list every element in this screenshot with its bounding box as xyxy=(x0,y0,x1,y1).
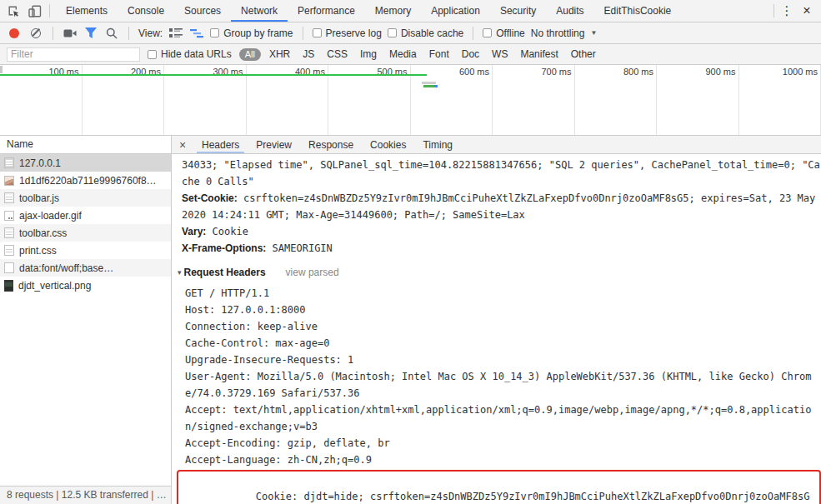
throttling-value: No throttling xyxy=(531,27,585,39)
filter-type-list: XHRJSCSSImgMediaFontDocWSManifestOther xyxy=(268,48,597,60)
highlighted-cookie-box: Cookie: djdt=hide; csrftoken=z4sDnWBZDz5… xyxy=(177,470,821,504)
request-headers-section-title[interactable]: ▾Request Headersview parsed xyxy=(178,264,821,281)
details-tab-timing[interactable]: Timing xyxy=(414,136,461,153)
filter-type-xhr[interactable]: XHR xyxy=(268,48,291,60)
details-tab-strip: HeadersPreviewResponseCookiesTiming xyxy=(193,136,461,153)
request-name: ajax-loader.gif xyxy=(19,210,82,222)
filter-type-ws[interactable]: WS xyxy=(491,48,508,60)
details-tab-preview[interactable]: Preview xyxy=(248,136,300,153)
document-icon xyxy=(4,227,14,238)
request-header-line: Host: 127.0.0.1:8000 xyxy=(185,302,821,318)
response-headers-list: Set-Cookie: csrftoken=z4sDnWBZDz5Y9zIvr0… xyxy=(182,190,821,257)
throttling-dropdown[interactable]: No throttling ▼ xyxy=(531,27,598,39)
ruler-segment: 1000 ms xyxy=(739,65,821,135)
clear-icon[interactable] xyxy=(31,28,41,38)
waterfall-icon[interactable] xyxy=(189,26,204,41)
disable-cache-checkbox[interactable] xyxy=(388,28,397,37)
request-name: print.css xyxy=(19,245,57,257)
file-type-icon xyxy=(4,176,14,186)
list-view-icon[interactable] xyxy=(168,26,183,41)
filter-type-manifest[interactable]: Manifest xyxy=(519,48,558,60)
filter-input[interactable] xyxy=(7,47,140,62)
header-value: Cookie xyxy=(206,226,248,237)
request-details-panel: × HeadersPreviewResponseCookiesTiming 34… xyxy=(172,136,821,504)
tab-elements[interactable]: Elements xyxy=(56,0,118,22)
tab-memory[interactable]: Memory xyxy=(365,0,421,22)
tab-audits[interactable]: Audits xyxy=(546,0,593,22)
offline-option: Offline xyxy=(483,27,524,39)
tab-network[interactable]: Network xyxy=(231,0,288,22)
filter-type-media[interactable]: Media xyxy=(388,48,418,60)
group-by-frame-option: Group by frame xyxy=(210,27,293,39)
tab-performance[interactable]: Performance xyxy=(288,0,365,22)
network-overview[interactable]: 100 ms200 ms300 ms400 ms500 ms600 ms700 … xyxy=(0,65,821,136)
details-tab-response[interactable]: Response xyxy=(300,136,362,153)
request-row[interactable]: data:font/woff;base… xyxy=(0,259,171,277)
ruler-tick-label: 900 ms xyxy=(705,67,735,77)
cookie-header-line: Cookie: djdt=hide; csrftoken=z4sDnWBZDz5… xyxy=(183,491,809,504)
request-header-line: Upgrade-Insecure-Requests: 1 xyxy=(185,352,821,368)
request-name: toolbar.js xyxy=(19,192,59,204)
overview-request-bar xyxy=(422,82,436,84)
close-devtools-icon[interactable]: × xyxy=(796,3,818,18)
preserve-log-checkbox[interactable] xyxy=(313,28,322,37)
filter-type-img[interactable]: Img xyxy=(359,48,378,60)
tab-sources[interactable]: Sources xyxy=(174,0,231,22)
inspect-element-icon[interactable] xyxy=(3,0,24,22)
record-icon[interactable] xyxy=(9,28,19,38)
name-column-header[interactable]: Name xyxy=(0,136,171,154)
request-lines: GET / HTTP/1.1Host: 127.0.0.1:8000Connec… xyxy=(185,285,821,468)
response-header-line: Vary: Cookie xyxy=(182,223,821,240)
request-row[interactable]: ajax-loader.gif xyxy=(0,207,171,224)
offline-checkbox[interactable] xyxy=(483,28,492,37)
file-type-icon xyxy=(4,211,14,221)
headers-content[interactable]: 34033; "Elapsed time", SQLPanel_sql_time… xyxy=(172,154,821,504)
ruler-segment: 900 ms xyxy=(657,65,739,135)
hide-data-urls-checkbox[interactable] xyxy=(148,50,157,59)
truncated-header-value: 34033; "Elapsed time", SQLPanel_sql_time… xyxy=(182,157,821,190)
request-row[interactable]: 127.0.0.1 xyxy=(0,154,171,172)
document-icon xyxy=(4,245,14,256)
tab-editthiscookie[interactable]: EditThisCookie xyxy=(594,0,682,22)
request-row[interactable]: djdt_vertical.png xyxy=(0,277,171,294)
tab-security[interactable]: Security xyxy=(490,0,546,22)
tab-application[interactable]: Application xyxy=(421,0,490,22)
request-list: 127.0.0.11d1df6220ab711e9996760f8…toolba… xyxy=(0,154,171,486)
request-headers-title: Request Headers xyxy=(184,267,266,278)
divider xyxy=(49,4,50,17)
filter-icon[interactable] xyxy=(83,26,98,41)
device-toolbar-icon[interactable] xyxy=(24,0,46,22)
search-icon[interactable] xyxy=(104,26,119,41)
document-icon xyxy=(4,192,14,203)
filter-type-font[interactable]: Font xyxy=(428,48,450,60)
tab-console[interactable]: Console xyxy=(118,0,174,22)
request-row[interactable]: toolbar.js xyxy=(0,189,171,207)
request-row[interactable]: 1d1df6220ab711e9996760f8… xyxy=(0,172,171,189)
request-name: djdt_vertical.png xyxy=(18,280,91,292)
divider xyxy=(773,4,774,17)
request-row[interactable]: print.css xyxy=(0,242,171,259)
overview-load-line xyxy=(0,74,427,76)
filter-type-css[interactable]: CSS xyxy=(326,48,348,60)
details-tab-cookies[interactable]: Cookies xyxy=(362,136,414,153)
header-name: Set-Cookie: xyxy=(182,192,238,204)
file-type-icon xyxy=(4,280,13,292)
filter-type-js[interactable]: JS xyxy=(302,48,315,60)
view-parsed-link[interactable]: view parsed xyxy=(286,267,339,278)
devtools-tabbar-right: ⋮ × xyxy=(770,0,821,22)
filter-type-other[interactable]: Other xyxy=(570,48,597,60)
filter-type-all[interactable]: All xyxy=(239,48,261,61)
ruler-tick-label: 600 ms xyxy=(459,67,489,77)
network-toolbar: View: Group by frame Preserve log Disabl… xyxy=(0,22,821,44)
kebab-menu-icon[interactable]: ⋮ xyxy=(778,3,796,18)
details-tab-headers[interactable]: Headers xyxy=(193,136,248,153)
request-row[interactable]: toolbar.css xyxy=(0,224,171,242)
close-details-icon[interactable]: × xyxy=(172,136,193,153)
offline-label: Offline xyxy=(496,27,524,39)
overview-grip[interactable] xyxy=(0,66,3,73)
devtools-tab-strip: ElementsConsoleSourcesNetworkPerformance… xyxy=(56,0,681,22)
screenshot-camera-icon[interactable] xyxy=(63,26,78,41)
request-header-line: Connection: keep-alive xyxy=(185,318,821,335)
filter-type-doc[interactable]: Doc xyxy=(461,48,480,60)
group-by-frame-checkbox[interactable] xyxy=(210,28,219,37)
